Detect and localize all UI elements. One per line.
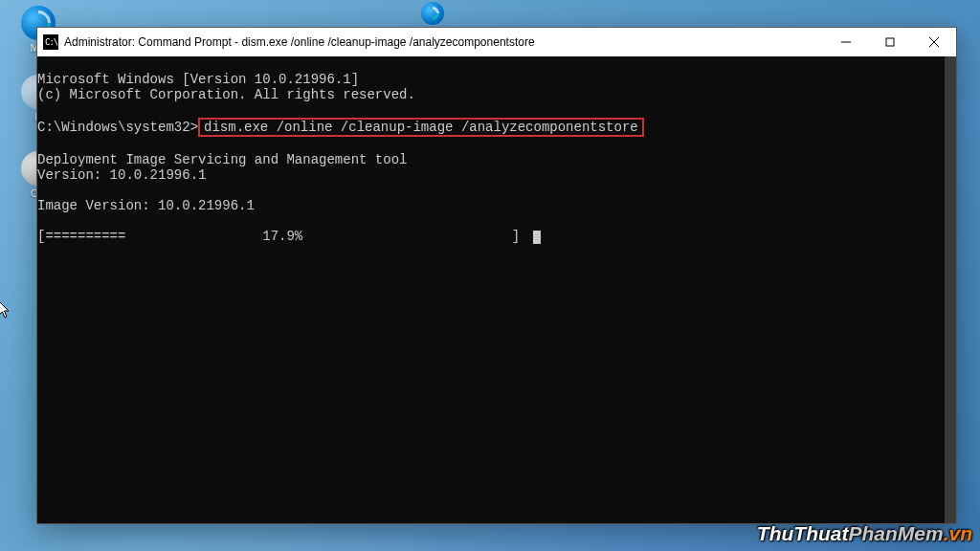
terminal-banner-line: (c) Microsoft Corporation. All rights re… — [37, 87, 415, 102]
terminal-output-line: Image Version: 10.0.21996.1 — [37, 198, 255, 213]
watermark: ThuThuatPhanMem.vn — [757, 522, 972, 545]
maximize-icon — [885, 37, 895, 47]
cmd-icon: C:\ — [43, 34, 58, 50]
terminal-output-line: Version: 10.0.21996.1 — [37, 167, 206, 183]
svg-rect-1 — [886, 38, 894, 46]
terminal-cursor — [533, 231, 541, 244]
edge-icon — [421, 2, 444, 25]
watermark-part1: ThuThuat — [757, 522, 849, 544]
maximize-button[interactable] — [868, 28, 912, 56]
highlighted-command: dism.exe /online /cleanup-image /analyze… — [198, 118, 644, 137]
terminal-scrollbar-thumb[interactable] — [945, 56, 956, 523]
terminal-scrollbar-track[interactable] — [945, 56, 956, 523]
close-button[interactable] — [912, 28, 956, 56]
mouse-cursor-icon — [0, 300, 11, 320]
close-icon — [929, 37, 939, 47]
minimize-icon — [841, 37, 851, 47]
window-title: Administrator: Command Prompt - dism.exe… — [64, 35, 535, 49]
terminal-progress-line: [========== 17.9% ] — [37, 229, 527, 244]
terminal-area[interactable]: Microsoft Windows [Version 10.0.21996.1]… — [37, 56, 956, 523]
watermark-part2: PhanMem — [848, 522, 943, 544]
command-prompt-window: C:\ Administrator: Command Prompt - dism… — [36, 27, 957, 524]
terminal-banner-line: Microsoft Windows [Version 10.0.21996.1] — [37, 72, 359, 87]
desktop-icon-edge-small[interactable] — [419, 2, 446, 27]
terminal-prompt: C:\Windows\system32> — [37, 120, 198, 135]
titlebar[interactable]: C:\ Administrator: Command Prompt - dism… — [37, 28, 956, 56]
watermark-part3: .vn — [944, 522, 972, 544]
terminal-output-line: Deployment Image Servicing and Managemen… — [37, 152, 407, 167]
minimize-button[interactable] — [824, 28, 868, 56]
